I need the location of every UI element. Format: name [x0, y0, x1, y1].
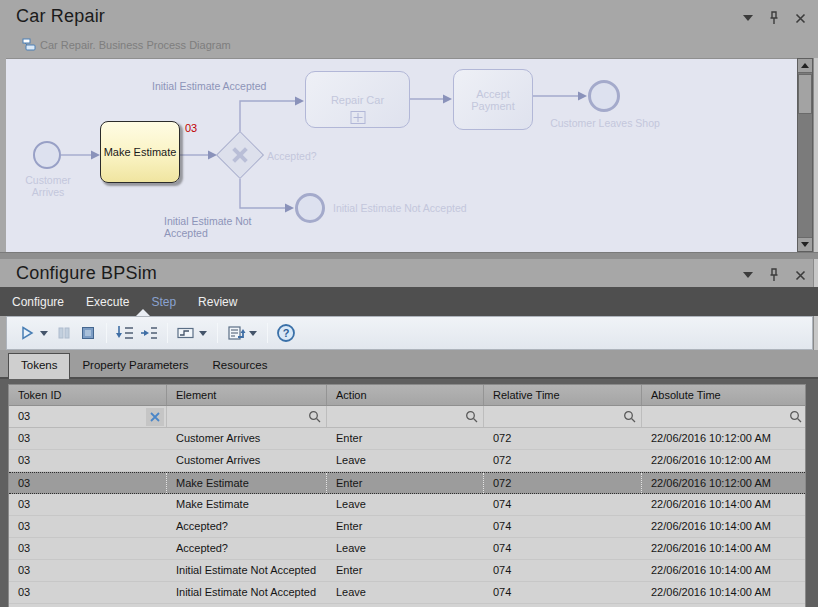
start-event-label: Customer Arrives: [10, 174, 86, 198]
diagram-vertical-scrollbar[interactable]: [797, 58, 813, 252]
task-accept-payment[interactable]: Accept Payment: [453, 69, 533, 130]
column-header-absolute-time[interactable]: Absolute Time: [642, 385, 806, 405]
tab-property-parameters[interactable]: Property Parameters: [70, 354, 200, 377]
gateway-label: Accepted?: [267, 150, 317, 162]
table-row[interactable]: 03 Initial Estimate Not Accepted Enter 0…: [9, 560, 805, 582]
stop-button[interactable]: [77, 322, 99, 344]
pin-icon: [768, 11, 780, 25]
column-header-relative-time[interactable]: Relative Time: [484, 385, 642, 405]
filter-absolute-time[interactable]: [642, 406, 806, 427]
bpsim-export-icon: [226, 324, 246, 342]
search-icon: [789, 410, 802, 423]
column-header-token-id[interactable]: Token ID: [9, 385, 167, 405]
cell-element: Customer Arrives: [167, 450, 327, 471]
tab-configure[interactable]: Configure: [12, 295, 64, 309]
cell-action: Enter: [327, 516, 484, 537]
pin-button[interactable]: [766, 10, 782, 26]
cell-token-id: 03: [9, 516, 167, 537]
cell-relative-time: 074: [484, 516, 642, 537]
breadcrumb: Car Repair. Business Process Diagram: [22, 38, 231, 51]
close-icon: [795, 13, 806, 24]
cell-token-id: 03: [9, 560, 167, 581]
cell-absolute-time: 22/06/2016 10:12:00 AM: [642, 450, 806, 471]
step-into-button[interactable]: [114, 322, 136, 344]
panel-menu-button[interactable]: [740, 10, 756, 26]
close-icon: [795, 270, 806, 281]
toolbar-separator: [106, 323, 107, 343]
start-event-customer-arrives[interactable]: [33, 141, 61, 169]
cell-element: Make Estimate: [167, 473, 327, 493]
tab-execute[interactable]: Execute: [86, 295, 129, 309]
end-event-not-accepted[interactable]: [295, 193, 325, 223]
pause-button[interactable]: [53, 322, 75, 344]
arrow-down-icon: [801, 242, 809, 247]
filter-action[interactable]: [327, 406, 484, 427]
help-button[interactable]: ?: [275, 322, 297, 344]
application-window: Car Repair Car Repair. Business Process …: [0, 0, 818, 607]
token-window-options-button[interactable]: [199, 331, 207, 336]
clear-filter-button[interactable]: [146, 408, 164, 426]
cell-absolute-time: 22/06/2016 10:14:00 AM: [642, 538, 806, 559]
cell-action: Leave: [327, 538, 484, 559]
bpsim-export-options-button[interactable]: [249, 331, 257, 336]
filter-relative-time[interactable]: [484, 406, 642, 427]
run-options-button[interactable]: [40, 331, 48, 336]
table-row[interactable]: 03 Initial Estimate Not Accepted Leave 0…: [9, 582, 805, 604]
step-over-button[interactable]: [138, 322, 160, 344]
run-button[interactable]: [16, 322, 38, 344]
table-row[interactable]: 03 Make Estimate Enter 072 22/06/2016 10…: [9, 472, 805, 494]
task-repair-car-label: Repair Car: [331, 94, 384, 106]
panel-menu-button[interactable]: [740, 267, 756, 283]
scroll-up-button[interactable]: [798, 59, 812, 73]
cell-absolute-time: 22/06/2016 10:12:00 AM: [642, 473, 806, 493]
panel-splitter[interactable]: [0, 252, 818, 259]
column-header-element[interactable]: Element: [167, 385, 327, 405]
filter-element[interactable]: [167, 406, 327, 427]
tab-step[interactable]: Step: [151, 295, 176, 309]
cell-element: Customer Arrives: [167, 428, 327, 449]
task-accept-payment-label: Accept Payment: [454, 88, 532, 112]
task-repair-car[interactable]: Repair Car: [305, 71, 410, 128]
table-row[interactable]: 03 Accepted? Enter 074 22/06/2016 10:14:…: [9, 516, 805, 538]
table-row[interactable]: 03 Customer Arrives Leave 072 22/06/2016…: [9, 450, 805, 472]
search-icon: [465, 410, 478, 423]
bpmn-diagram-canvas[interactable]: Customer Arrives Make Estimate 03 Accept…: [6, 58, 797, 252]
cell-absolute-time: 22/06/2016 10:14:00 AM: [642, 560, 806, 581]
toolbar-separator: [267, 323, 268, 343]
end-event-customer-leaves[interactable]: [588, 80, 620, 112]
cell-relative-time: 072: [484, 473, 642, 493]
task-make-estimate[interactable]: Make Estimate: [100, 121, 180, 183]
scrollbar-thumb[interactable]: [798, 74, 812, 114]
cell-token-id: 03: [9, 473, 167, 493]
token-window-icon: [176, 324, 196, 342]
column-header-action[interactable]: Action: [327, 385, 484, 405]
filter-token-id[interactable]: 03: [9, 406, 167, 427]
step-into-icon: [115, 324, 135, 342]
tab-resources[interactable]: Resources: [201, 354, 280, 377]
bpsim-mode-tabs: Configure Execute Step Review: [0, 287, 818, 316]
end-event-leave-label: Customer Leaves Shop: [549, 117, 661, 129]
cell-action: Leave: [327, 494, 484, 515]
table-row[interactable]: 03 Accepted? Leave 074 22/06/2016 10:14:…: [9, 538, 805, 560]
bpsim-export-button[interactable]: [225, 322, 247, 344]
cell-element: Make Estimate: [167, 494, 327, 515]
svg-text:?: ?: [283, 327, 290, 339]
car-repair-window-controls: [740, 10, 808, 26]
flow-label-accepted: Initial Estimate Accepted: [152, 80, 266, 92]
cell-action: Enter: [327, 560, 484, 581]
close-button[interactable]: [792, 10, 808, 26]
tab-tokens[interactable]: Tokens: [8, 353, 70, 379]
diagram-type-icon: [22, 38, 36, 51]
clear-filter-x-icon: [149, 411, 161, 423]
table-row[interactable]: 03 Customer Arrives Enter 072 22/06/2016…: [9, 428, 805, 450]
token-window-button[interactable]: [175, 322, 197, 344]
close-button[interactable]: [792, 267, 808, 283]
flow-label-not-accepted: Initial Estimate Not Accepted: [164, 215, 256, 239]
cell-relative-time: 072: [484, 428, 642, 449]
play-icon: [18, 324, 36, 342]
pin-button[interactable]: [766, 267, 782, 283]
tab-review[interactable]: Review: [198, 295, 237, 309]
table-row[interactable]: 03 Make Estimate Leave 074 22/06/2016 10…: [9, 494, 805, 516]
scroll-down-button[interactable]: [798, 237, 812, 251]
cell-action: Enter: [327, 428, 484, 449]
